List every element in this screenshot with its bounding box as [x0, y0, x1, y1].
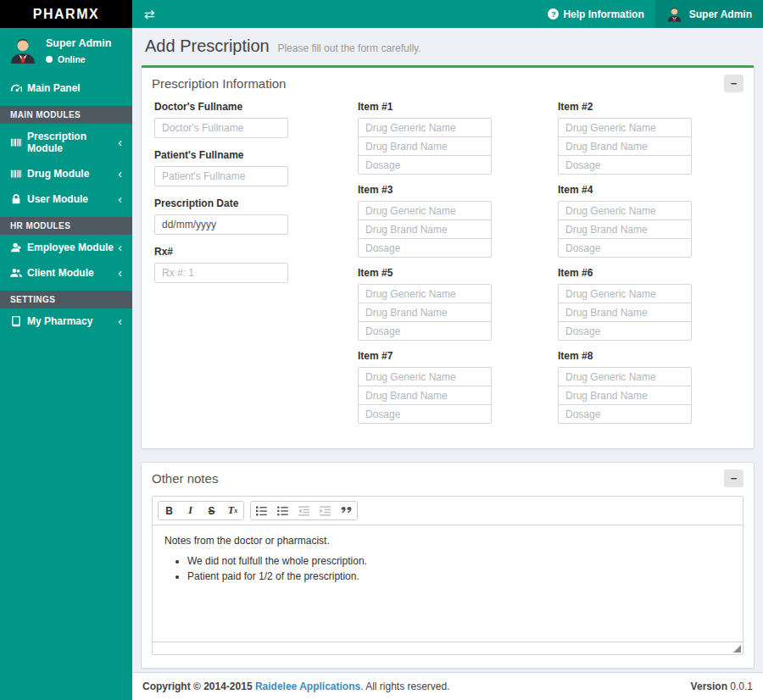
drug-brand-name-input[interactable] — [558, 303, 692, 322]
item-group-3: Item #3 — [358, 184, 492, 258]
increase-indent-icon — [320, 506, 331, 516]
italic-button[interactable]: I — [180, 502, 201, 519]
prescription-date-label: Prescription Date — [154, 197, 288, 209]
decrease-indent-button[interactable] — [293, 502, 315, 519]
notes-bullet-item: Patient paid for 1/2 of the prescription… — [187, 570, 731, 582]
sidebar-item-label: User Module — [27, 193, 88, 205]
sidebar: PHARMX Super Admin Online Main Panel MAI… — [0, 0, 132, 700]
dosage-input[interactable] — [558, 238, 692, 258]
drug-brand-name-input[interactable] — [358, 303, 492, 322]
dosage-input[interactable] — [558, 155, 692, 175]
sidebar-item-user-module[interactable]: User Module ‹ — [0, 186, 132, 212]
drug-generic-name-input[interactable] — [358, 367, 492, 386]
drug-generic-name-input[interactable] — [358, 201, 492, 220]
barcode-icon — [10, 168, 27, 180]
item-label: Item #5 — [358, 267, 492, 279]
sidebar-section-main-modules: MAIN MODULES — [0, 106, 132, 124]
drug-brand-name-input[interactable] — [358, 386, 492, 405]
sidebar-item-main-panel[interactable]: Main Panel — [0, 75, 132, 101]
drug-brand-name-input[interactable] — [358, 219, 492, 239]
dashboard-icon — [10, 82, 27, 94]
dosage-input[interactable] — [358, 238, 492, 258]
sidebar-toggle-icon[interactable]: ⇄ — [132, 0, 166, 28]
help-label: Help Information — [563, 8, 643, 20]
app-logo[interactable]: PHARMX — [0, 0, 132, 28]
page-header: Add Prescription Please fill out the for… — [141, 28, 755, 65]
item-label: Item #2 — [558, 101, 692, 113]
item-group-7: Item #7 — [358, 350, 492, 424]
chevron-left-icon: ‹ — [118, 138, 122, 147]
user-name: Super Admin — [46, 37, 111, 49]
sidebar-section-hr-modules: HR MODULES — [0, 217, 132, 235]
online-status-dot — [46, 56, 53, 63]
item-group-8: Item #8 — [558, 350, 692, 424]
question-circle-icon: ? — [548, 8, 559, 19]
editor-status-bar — [153, 642, 743, 654]
panel-title: Prescription Information — [152, 76, 286, 91]
bold-button[interactable]: B — [159, 502, 180, 519]
sidebar-item-employee-module[interactable]: Employee Module ‹ — [0, 235, 132, 260]
help-information-link[interactable]: ? Help Information — [537, 0, 654, 28]
online-status-label[interactable]: Online — [58, 54, 86, 64]
copyright-text: Copyright © 2014-2015 Raidelee Applicati… — [142, 681, 450, 692]
item-label: Item #3 — [358, 184, 492, 196]
drug-brand-name-input[interactable] — [558, 219, 692, 239]
version-text: Version 0.0.1 — [691, 681, 753, 692]
drug-generic-name-input[interactable] — [558, 367, 692, 386]
drug-generic-name-input[interactable] — [558, 201, 692, 220]
dosage-input[interactable] — [558, 404, 692, 424]
chevron-left-icon: ‹ — [118, 243, 122, 252]
lock-icon — [10, 193, 27, 205]
sidebar-item-client-module[interactable]: Client Module ‹ — [0, 260, 132, 286]
doctor-fullname-input[interactable] — [154, 118, 288, 138]
item-group-2: Item #2 — [558, 101, 692, 175]
decrease-indent-icon — [298, 506, 309, 516]
collapse-button[interactable]: − — [724, 75, 744, 92]
prescription-date-input[interactable] — [154, 214, 288, 235]
drug-generic-name-input[interactable] — [358, 118, 492, 137]
clients-icon — [10, 267, 27, 279]
navbar-avatar — [666, 6, 682, 22]
unordered-list-button[interactable] — [272, 502, 293, 519]
page-title: Add Prescription — [145, 36, 270, 55]
chevron-left-icon: ‹ — [118, 195, 122, 203]
strikethrough-button[interactable]: S — [201, 502, 222, 519]
increase-indent-button[interactable] — [315, 502, 336, 519]
rx-number-input[interactable] — [154, 263, 288, 283]
pharmacy-tablet-icon — [10, 315, 27, 327]
ordered-list-button[interactable] — [251, 502, 272, 519]
sidebar-item-prescription-module[interactable]: Prescription Module ‹ — [0, 124, 132, 161]
navbar-user-menu[interactable]: Super Admin — [655, 0, 763, 28]
drug-generic-name-input[interactable] — [358, 284, 492, 303]
drug-brand-name-input[interactable] — [558, 136, 692, 156]
patient-fullname-input[interactable] — [154, 166, 288, 186]
dosage-input[interactable] — [358, 404, 492, 424]
notes-editor-content[interactable]: Notes from the doctor or pharmacist. We … — [153, 525, 743, 642]
user-avatar — [8, 36, 37, 64]
panel-title: Other notes — [152, 471, 218, 486]
resize-handle[interactable] — [733, 645, 741, 653]
chevron-left-icon: ‹ — [118, 269, 122, 277]
drug-brand-name-input[interactable] — [358, 136, 492, 156]
other-notes-panel: Other notes − B I S Tx — [141, 462, 755, 669]
blockquote-button[interactable] — [336, 502, 357, 519]
form-column-items-odd: Item #1 Item #3 Item # — [358, 101, 492, 433]
dosage-input[interactable] — [558, 321, 692, 341]
version-value: 0.0.1 — [727, 681, 753, 692]
minus-icon: − — [731, 472, 738, 485]
sidebar-item-drug-module[interactable]: Drug Module ‹ — [0, 161, 132, 186]
sidebar-item-label: Main Panel — [27, 82, 81, 94]
drug-generic-name-input[interactable] — [558, 118, 692, 137]
remove-format-button[interactable]: Tx — [222, 502, 243, 519]
doctor-fullname-field: Doctor's Fullname — [154, 101, 288, 138]
drug-brand-name-input[interactable] — [558, 386, 692, 405]
company-link[interactable]: Raidelee Applications — [255, 681, 360, 692]
sidebar-item-my-pharmacy[interactable]: My Pharmacy ‹ — [0, 308, 132, 334]
dosage-input[interactable] — [358, 155, 492, 175]
unordered-list-icon — [277, 506, 288, 516]
form-column-items-even: Item #2 Item #4 Item # — [558, 101, 692, 433]
drug-generic-name-input[interactable] — [558, 284, 692, 303]
collapse-button[interactable]: − — [724, 469, 744, 487]
dosage-input[interactable] — [358, 321, 492, 341]
rx-number-label: Rx# — [154, 246, 288, 258]
